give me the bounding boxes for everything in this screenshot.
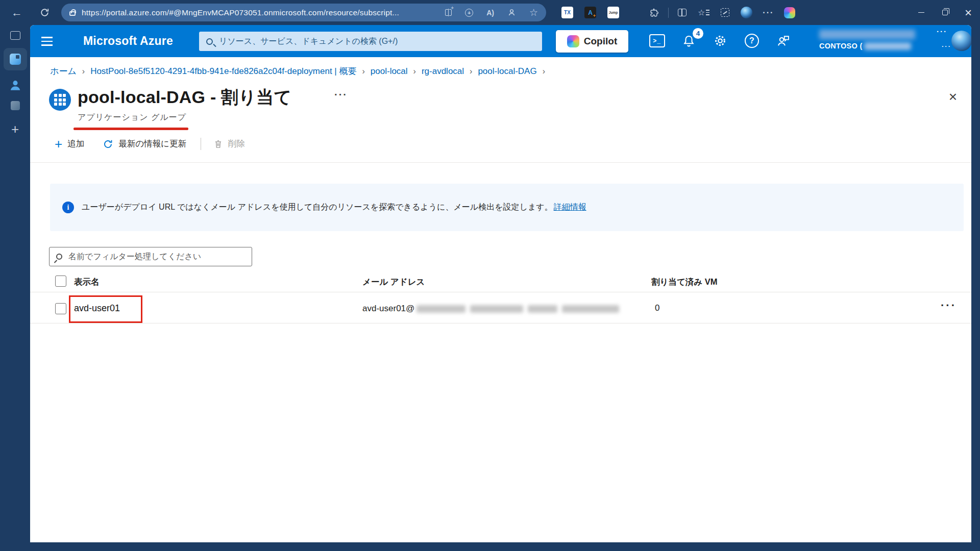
annotation-red-rectangle	[69, 295, 142, 323]
notifications-button[interactable]: 4	[677, 30, 700, 52]
lock-icon[interactable]	[69, 11, 76, 16]
profile-switch-icon[interactable]	[507, 8, 516, 17]
info-banner: i ユーザーがデプロイ URL ではなくメール アドレスを使用して自分のリソース…	[50, 184, 964, 231]
column-header-email[interactable]: メール アドレス	[362, 277, 425, 288]
learn-more-link[interactable]: 詳細情報	[554, 202, 586, 213]
application-group-icon	[49, 89, 71, 111]
blade-close-button[interactable]: ×	[943, 87, 963, 107]
title-more-icon[interactable]: ···	[334, 89, 348, 101]
minimize-button[interactable]	[910, 0, 933, 25]
restore-button[interactable]	[933, 0, 957, 25]
azure-portal-window: Microsoft Azure Copilot >_ 4 ? CONTOS	[30, 25, 971, 542]
breadcrumb-separator: ›	[413, 67, 416, 76]
browser-copilot-icon[interactable]	[784, 7, 795, 18]
breadcrumb-home[interactable]: ホーム	[50, 65, 77, 77]
split-screen-icon[interactable]	[678, 9, 687, 16]
url-text[interactable]: https://portal.azure.com/#@MngEnvMCAP073…	[82, 8, 399, 17]
browser-reload-button[interactable]	[36, 8, 53, 17]
divider	[30, 162, 971, 163]
breadcrumb-separator: ›	[362, 67, 365, 76]
annotation-red-underline	[74, 128, 188, 130]
pinned-app-icon[interactable]	[11, 101, 20, 110]
breadcrumb: ホーム › HostPool-8e5f5120-4291-4fbb-941e-f…	[50, 65, 545, 77]
row-checkbox[interactable]	[55, 303, 66, 314]
email-domain-blurred	[416, 305, 619, 313]
breadcrumb-rg-avdlocal[interactable]: rg-avdlocal	[422, 66, 464, 77]
account-more-icon-2[interactable]: ···	[942, 42, 951, 50]
browser-titlebar: ← https://portal.azure.com/#@MngEnvMCAP0…	[0, 0, 980, 25]
settings-button[interactable]	[709, 30, 731, 52]
select-all-checkbox[interactable]	[55, 276, 66, 287]
row-context-menu-icon[interactable]: ···	[941, 299, 957, 312]
blade-content: ホーム › HostPool-8e5f5120-4291-4fbb-941e-f…	[30, 57, 971, 542]
breadcrumb-pool-local-dag[interactable]: pool-local-DAG	[478, 66, 536, 77]
screenshot-icon[interactable]	[721, 8, 729, 17]
azure-brand[interactable]: Microsoft Azure	[83, 25, 173, 57]
close-icon: ×	[965, 6, 972, 20]
name-filter-input[interactable]	[68, 252, 252, 261]
profile-tab-icon[interactable]	[9, 79, 22, 92]
account-avatar[interactable]	[951, 31, 971, 51]
refresh-button[interactable]: 最新の情報に更新	[103, 138, 186, 149]
address-bar[interactable]: https://portal.azure.com/#@MngEnvMCAP073…	[61, 4, 546, 21]
help-icon: ?	[745, 34, 759, 48]
filter-search-icon	[56, 254, 62, 260]
copilot-button[interactable]: Copilot	[556, 30, 628, 53]
extension-azure[interactable]: A	[584, 7, 596, 18]
plus-icon: +	[55, 139, 62, 149]
edge-sidebar: +	[0, 25, 30, 551]
column-header-assigned-vm[interactable]: 割り当て済み VM	[651, 277, 718, 288]
account-email-blurred	[819, 30, 915, 39]
help-button[interactable]: ?	[741, 30, 763, 52]
reload-icon	[40, 8, 50, 17]
workspaces-icon[interactable]	[445, 9, 452, 16]
breadcrumb-hostpool[interactable]: HostPool-8e5f5120-4291-4fbb-941e-fde826a…	[90, 65, 356, 77]
cloud-shell-button[interactable]: >_	[646, 30, 668, 52]
favorite-star-icon[interactable]: ☆	[529, 7, 538, 18]
hamburger-menu-icon[interactable]	[41, 33, 59, 49]
extension-tx[interactable]: TX	[561, 7, 573, 18]
active-tab-azure[interactable]	[4, 48, 27, 70]
azure-tab-icon	[10, 54, 21, 65]
table-header-divider	[30, 292, 971, 292]
browser-menu-icon[interactable]: ···	[763, 8, 774, 17]
refresh-icon	[103, 139, 113, 149]
restore-icon	[942, 10, 948, 15]
breadcrumb-separator: ›	[470, 67, 472, 76]
minimize-icon	[918, 12, 924, 13]
account-more-icon[interactable]: ···	[937, 27, 947, 36]
collections-icon[interactable]: ☆	[698, 8, 709, 17]
add-button[interactable]: + 追加	[55, 138, 84, 149]
trash-icon	[213, 139, 223, 149]
tenant-name: CONTOSO (	[819, 42, 863, 50]
extension-jump[interactable]: Jump	[607, 7, 619, 18]
command-bar-separator	[201, 138, 201, 150]
tab-actions-icon[interactable]	[10, 31, 20, 40]
close-window-button[interactable]: ×	[957, 0, 980, 25]
titlebar-separator	[668, 8, 669, 18]
info-icon: i	[62, 202, 74, 213]
tenant-suffix-blurred	[864, 42, 911, 50]
command-bar: + 追加 最新の情報に更新 削除	[55, 135, 245, 153]
name-filter[interactable]	[49, 247, 252, 266]
global-search-input[interactable]	[219, 37, 542, 46]
banner-text: ユーザーがデプロイ URL ではなくメール アドレスを使用して自分のリソースを探…	[82, 202, 553, 213]
zoom-in-icon[interactable]: +	[465, 9, 473, 17]
feedback-button[interactable]	[772, 30, 795, 52]
search-icon	[206, 38, 213, 45]
breadcrumb-pool-local[interactable]: pool-local	[371, 66, 408, 77]
delete-button[interactable]: 削除	[213, 138, 245, 149]
account-area[interactable]: CONTOSO ( ··· ···	[816, 25, 969, 57]
column-header-display-name[interactable]: 表示名	[74, 277, 100, 288]
browser-back-button[interactable]: ←	[8, 6, 26, 19]
read-aloud-icon[interactable]: A)	[486, 9, 494, 17]
global-search[interactable]	[199, 32, 542, 51]
page-subtitle: アプリケーション グループ	[78, 112, 186, 123]
cell-email: avd-user01@	[362, 304, 619, 314]
new-tab-plus-icon[interactable]: +	[11, 121, 19, 137]
page-title: pool-local-DAG - 割り当て	[78, 86, 291, 109]
browser-profile-avatar[interactable]	[741, 7, 752, 18]
extensions-puzzle-icon[interactable]	[649, 8, 659, 18]
notification-badge: 4	[693, 28, 703, 39]
row-divider	[30, 323, 971, 323]
